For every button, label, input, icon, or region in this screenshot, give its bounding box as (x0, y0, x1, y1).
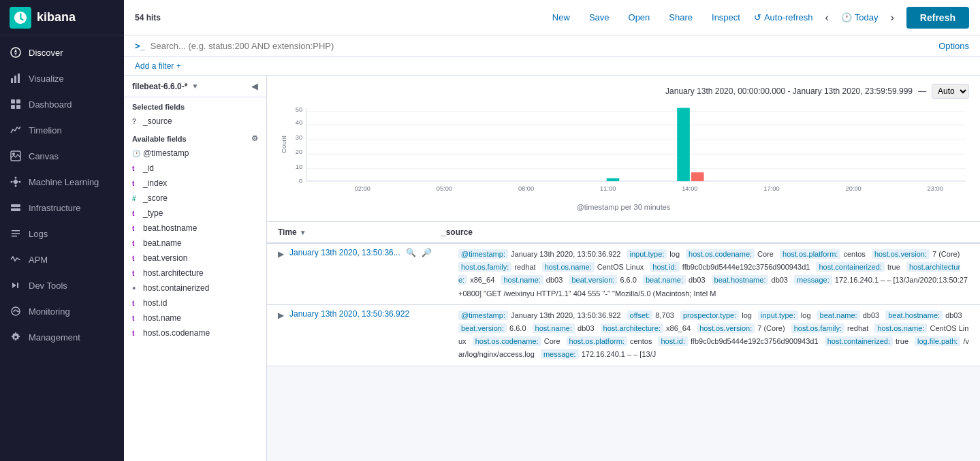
share-button[interactable]: Share (663, 10, 698, 25)
new-button[interactable]: New (547, 10, 575, 25)
gear-icon[interactable]: ⚙ (251, 134, 258, 143)
sidebar-item-dashboard[interactable]: Dashboard (0, 91, 124, 117)
compass-icon (10, 46, 22, 59)
svg-text:20:00: 20:00 (845, 185, 861, 192)
svg-rect-50 (607, 178, 620, 181)
sidebar-item-label: Discover (29, 48, 63, 58)
svg-rect-9 (16, 105, 20, 109)
options-button[interactable]: Options (938, 41, 969, 51)
open-button[interactable]: Open (623, 10, 656, 25)
inspect-button[interactable]: Inspect (706, 10, 746, 25)
search-input[interactable] (151, 41, 933, 51)
sidebar-item-visualize[interactable]: Visualize (0, 65, 124, 91)
svg-rect-25 (12, 236, 17, 237)
field-item-host-os-codename[interactable]: t host.os.codename (124, 325, 266, 340)
sidebar: kibana Discover Visualize Dashboard Time… (0, 0, 124, 461)
timestamp-value: January 13th 2020, 13:50:36... (289, 248, 400, 257)
monitoring-icon (10, 305, 22, 317)
field-item-score[interactable]: # _score (124, 191, 266, 206)
svg-point-16 (19, 181, 21, 183)
ml-icon (10, 176, 22, 188)
expand-arrow[interactable]: ▶ (278, 248, 284, 259)
interval-select[interactable]: Auto (932, 84, 969, 99)
app-name: kibana (37, 10, 76, 25)
field-item-beat-hostname[interactable]: t beat.hostname (124, 221, 266, 236)
svg-rect-6 (11, 99, 15, 104)
field-item-source[interactable]: ? _source (124, 114, 266, 129)
save-button[interactable]: Save (584, 10, 615, 25)
table-header: Time ▼ _source (267, 222, 980, 244)
sidebar-item-apm[interactable]: APM (0, 247, 124, 272)
svg-point-14 (15, 185, 17, 187)
field-item-host-arch[interactable]: t host.architecture (124, 266, 266, 281)
row-source: @timestamp: January 13th 2020, 13:50:36.… (453, 309, 969, 362)
filter-for-button[interactable]: 🔍 (405, 248, 417, 257)
svg-text:14:00: 14:00 (682, 185, 697, 192)
field-item-beat-version[interactable]: t beat.version (124, 251, 266, 266)
field-name: _index (143, 178, 167, 188)
sidebar-item-logs[interactable]: Logs (0, 221, 124, 247)
filter-out-button[interactable]: 🔎 (420, 248, 433, 257)
chart-wrapper: 0 10 20 30 40 50 02:00 05 (278, 104, 969, 213)
svg-rect-7 (16, 99, 20, 104)
auto-refresh-button[interactable]: ↺ Auto-refresh (754, 12, 813, 22)
table-row: ▶ January 13th 2020, 13:50:36.922 @times… (267, 305, 980, 366)
add-filter-button[interactable]: Add a filter + (135, 61, 181, 71)
field-type-badge: t (132, 225, 139, 232)
sidebar-item-machine-learning[interactable]: Machine Learning (0, 169, 124, 195)
sidebar-item-label: Machine Learning (29, 177, 99, 187)
svg-text:10: 10 (296, 163, 302, 170)
svg-point-12 (14, 180, 18, 184)
sidebar-item-label: Visualize (29, 74, 64, 84)
sidebar-item-label: Infrastructure (29, 203, 81, 213)
dash-separator: — (918, 86, 926, 96)
sidebar-item-monitoring[interactable]: Monitoring (0, 298, 124, 324)
field-name: host.os.codename (143, 328, 210, 338)
expand-arrow[interactable]: ▶ (278, 309, 284, 320)
sidebar-item-canvas[interactable]: Canvas (0, 143, 124, 169)
field-name: _score (143, 193, 168, 203)
clock-icon: 🕐 (841, 12, 852, 22)
field-item-host-id[interactable]: t host.id (124, 296, 266, 311)
timelion-icon (10, 124, 22, 136)
timestamp-value: January 13th 2020, 13:50:36.922 (289, 309, 409, 319)
svg-text:05:00: 05:00 (437, 185, 452, 192)
today-button[interactable]: 🕐 Today (841, 12, 879, 22)
sidebar-nav: Discover Visualize Dashboard Timelion Ca… (0, 35, 124, 461)
dashboard-icon (10, 98, 22, 110)
sidebar-item-devtools[interactable]: Dev Tools (0, 272, 124, 298)
field-item-timestamp[interactable]: 🕐 @timestamp (124, 146, 266, 161)
sidebar-item-infrastructure[interactable]: Infrastructure (0, 195, 124, 221)
collapse-button[interactable]: ◀ (251, 81, 258, 91)
field-item-beat-name[interactable]: t beat.name (124, 236, 266, 251)
field-item-index[interactable]: t _index (124, 176, 266, 191)
sidebar-item-discover[interactable]: Discover (0, 39, 124, 65)
sidebar-item-label: Logs (29, 229, 48, 239)
sidebar-item-management[interactable]: Management (0, 324, 124, 350)
next-arrow[interactable]: › (887, 10, 898, 25)
field-name: host.name (143, 313, 181, 323)
canvas-icon (10, 150, 22, 162)
field-type-badge: t (132, 240, 139, 247)
svg-text:02:00: 02:00 (355, 185, 370, 192)
prev-arrow[interactable]: ‹ (821, 10, 833, 25)
svg-text:30: 30 (296, 133, 302, 141)
svg-rect-23 (12, 230, 20, 232)
field-type-badge: t (132, 210, 139, 217)
field-item-host-name[interactable]: t host.name (124, 311, 266, 325)
field-type-badge: t (132, 300, 139, 307)
field-type-badge: ? (132, 118, 139, 125)
field-item-host-containerized[interactable]: ● host.containerized (124, 281, 266, 296)
field-name: host.architecture (143, 268, 204, 278)
svg-marker-1 (14, 49, 17, 52)
field-item-type[interactable]: t _type (124, 206, 266, 221)
topbar: 54 hits New Save Open Share Inspect ↺ Au… (124, 0, 980, 35)
refresh-button[interactable]: Refresh (906, 7, 969, 29)
svg-rect-3 (11, 78, 13, 83)
field-item-id[interactable]: t _id (124, 161, 266, 176)
sidebar-item-timelion[interactable]: Timelion (0, 117, 124, 143)
index-selector[interactable]: filebeat-6.6.0-* ▼ ◀ (124, 76, 266, 97)
sidebar-item-label: Timelion (29, 125, 62, 136)
infra-icon (10, 202, 22, 214)
svg-text:40: 40 (296, 118, 302, 126)
